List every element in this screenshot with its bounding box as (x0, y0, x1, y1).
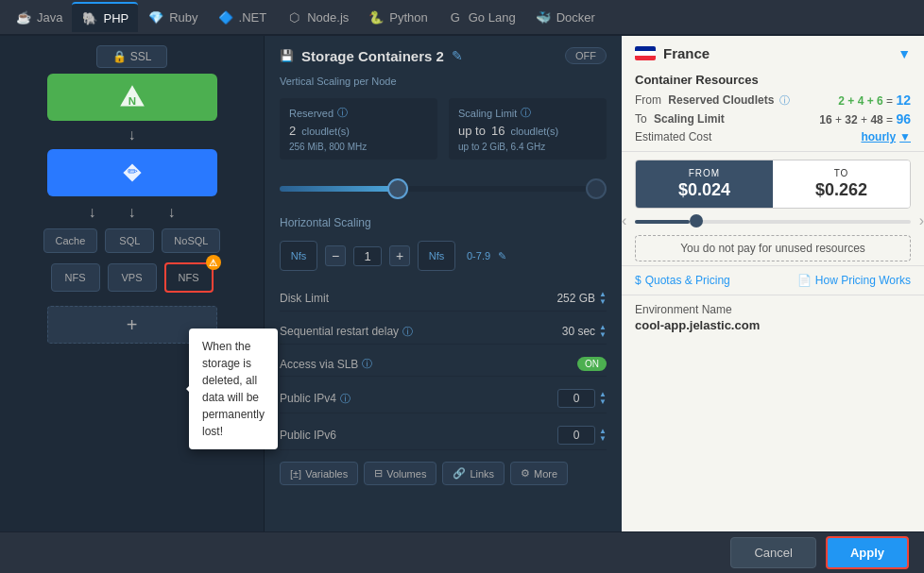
nodejs-icon: ⬡ (285, 8, 302, 25)
ipv4-input[interactable] (557, 389, 595, 408)
container-title: Storage Containers 2 (301, 48, 444, 64)
scaling-row: Reserved ⓘ 2 cloudlet(s) 256 MiB, 800 MH… (280, 98, 607, 160)
how-pricing-works-link[interactable]: 📄 How Pricing Works (797, 274, 911, 287)
links-button[interactable]: 🔗 Links (442, 462, 505, 485)
ruby-node[interactable]: ✏ (47, 149, 217, 196)
region-header: France ▼ (622, 36, 924, 67)
arrow-row: ↓ ↓ ↓ (89, 204, 176, 221)
cost-dropdown-arrow: ▼ (899, 130, 911, 143)
nginx-icon: N (117, 82, 147, 112)
toggle-button[interactable]: OFF (565, 47, 607, 64)
php-icon: 🐘 (81, 9, 98, 26)
scaling-up-to: up to (458, 124, 486, 138)
tab-java[interactable]: ☕ Java (6, 2, 72, 32)
warning-badge: ⚠ (206, 255, 221, 270)
reserved-info-right[interactable]: ⓘ (779, 94, 790, 106)
from-label: From Reserved Cloudlets ⓘ (635, 93, 790, 108)
tab-nodejs[interactable]: ⬡ Node.js (276, 2, 358, 32)
tooltip-text: When the storage is deleted, all data wi… (202, 340, 265, 438)
disk-limit-row: Disk Limit 252 GB ▲▼ (280, 286, 607, 312)
nfs-button-1[interactable]: NFS (51, 263, 100, 292)
scaling-limit-right-label: Scaling Limit (654, 112, 725, 126)
ipv4-val-wrap: ▲▼ (557, 389, 607, 408)
ipv4-row: Public IPv4 ⓘ ▲▼ (280, 384, 607, 413)
reserved-info-icon[interactable]: ⓘ (337, 106, 348, 120)
nfs-button-2[interactable]: NFS (164, 262, 214, 293)
country-name: France (663, 45, 890, 61)
disk-limit-spinners[interactable]: ▲▼ (599, 291, 607, 306)
more-button[interactable]: ⚙ More (510, 462, 568, 485)
slider-fill (280, 186, 394, 192)
slb-label: Access via SLB ⓘ (280, 357, 372, 371)
scaling-limit-label-text: Scaling Limit (458, 108, 517, 119)
restart-spinners[interactable]: ▲▼ (599, 324, 607, 339)
ipv4-label-text: Public IPv4 (280, 392, 336, 405)
scaling-limit-label: Scaling Limit ⓘ (458, 106, 597, 120)
cloudlets-slider-thumb[interactable] (387, 178, 408, 199)
python-icon: 🐍 (368, 8, 385, 25)
slb-toggle[interactable]: ON (577, 357, 607, 371)
vps-button[interactable]: VPS (108, 263, 157, 292)
more-icon: ⚙ (521, 467, 530, 480)
price-slider: ‹ › (635, 220, 911, 224)
nfs-row: NFS VPS NFS ⚠ (51, 262, 214, 293)
scaling-mem: up to 2 GiB, 6.4 GHz (458, 142, 597, 152)
price-track (635, 220, 911, 224)
disk-limit-value: 252 GB (556, 292, 595, 305)
ipv6-spinners[interactable]: ▲▼ (599, 428, 607, 443)
links-label: Links (470, 468, 494, 480)
tab-java-label: Java (37, 10, 62, 25)
variables-button[interactable]: [±] Variables (280, 462, 358, 485)
quotas-pricing-link[interactable]: $ Quotas & Pricing (635, 274, 730, 287)
tab-php[interactable]: 🐘 PHP (72, 2, 138, 32)
scaling-info-icon[interactable]: ⓘ (521, 106, 531, 120)
tab-net[interactable]: 🔷 .NET (208, 2, 277, 32)
edit-icon[interactable]: ✎ (452, 48, 463, 63)
storage-edit-icon[interactable]: ✎ (498, 250, 506, 262)
tab-docker[interactable]: 🐳 Docker (525, 2, 605, 32)
tab-golang[interactable]: G Go Lang (437, 2, 525, 32)
reserved-label: Reserved ⓘ (289, 106, 428, 120)
cloudlets-slider-container (280, 173, 607, 205)
region-dropdown-arrow[interactable]: ▼ (898, 46, 911, 61)
ipv4-label: Public IPv4 ⓘ (280, 392, 351, 406)
ruby-icon: 💎 (147, 8, 164, 25)
from-price-box: FROM $0.024 (636, 160, 773, 208)
ssl-button[interactable]: 🔒 SSL (96, 45, 168, 68)
unused-resources-message: You do not pay for unused resources (635, 235, 911, 261)
go-icon: G (447, 8, 464, 25)
h-node-right: Nfs (418, 241, 455, 271)
right-panel: France ▼ Container Resources From Reserv… (622, 36, 924, 531)
price-slider-left-arrow[interactable]: ‹ (622, 212, 626, 229)
price-fill (635, 220, 690, 224)
quotas-icon: $ (635, 274, 642, 287)
ipv4-spinners[interactable]: ▲▼ (599, 391, 607, 406)
restart-label-text: Sequential restart delay (280, 325, 399, 338)
apply-button[interactable]: Apply (826, 536, 909, 569)
ipv6-input[interactable] (557, 426, 595, 445)
cancel-button[interactable]: Cancel (730, 537, 815, 568)
ipv6-row: Public IPv6 ▲▼ (280, 421, 607, 450)
price-slider-right-arrow[interactable]: › (919, 212, 924, 229)
cache-button[interactable]: Cache (43, 228, 98, 253)
price-thumb[interactable] (690, 214, 703, 228)
increment-button[interactable]: + (389, 245, 410, 266)
nosql-button[interactable]: NoSQL (162, 228, 220, 253)
node-count-input[interactable] (353, 246, 382, 266)
restart-info-icon[interactable]: ⓘ (402, 325, 413, 339)
quotas-label: Quotas & Pricing (645, 274, 730, 287)
decrement-button[interactable]: − (325, 245, 346, 266)
volumes-icon: ⊟ (374, 467, 383, 480)
pricing-links: $ Quotas & Pricing 📄 How Pricing Works (622, 265, 924, 295)
tab-python[interactable]: 🐍 Python (358, 2, 436, 32)
ipv6-label: Public IPv6 (280, 429, 336, 442)
nginx-node[interactable]: N (47, 74, 217, 121)
slb-info-icon[interactable]: ⓘ (362, 357, 372, 371)
links-icon: 🔗 (453, 467, 466, 480)
volumes-button[interactable]: ⊟ Volumes (364, 462, 436, 485)
price-boxes: FROM $0.024 TO $0.262 (635, 160, 911, 209)
cost-dropdown[interactable]: hourly ▼ (861, 130, 911, 143)
ipv4-info-icon[interactable]: ⓘ (340, 392, 351, 406)
tab-ruby[interactable]: 💎 Ruby (138, 2, 207, 32)
sql-button[interactable]: SQL (105, 228, 154, 253)
